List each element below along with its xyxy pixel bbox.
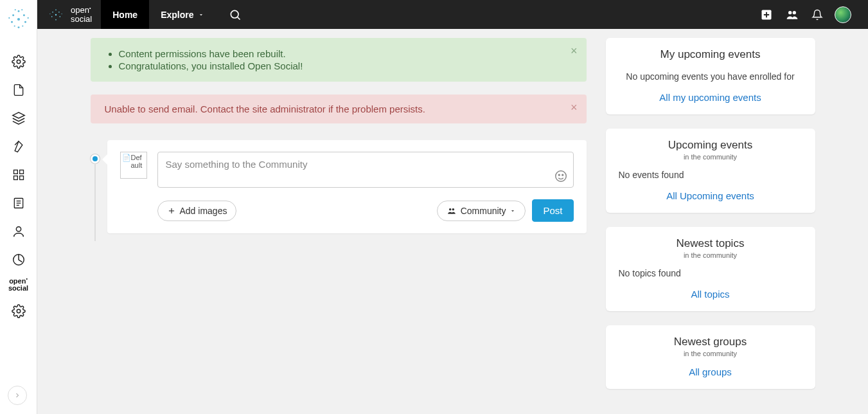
svg-point-8 [27,17,28,19]
post-placeholder: Say something to the Community [166,159,308,170]
top-nav: open•social Home Explore [37,0,868,29]
sidebar-right: My upcoming events No upcoming events yo… [606,38,815,403]
svg-point-27 [52,11,53,12]
all-my-events-link[interactable]: All my upcoming events [659,92,761,103]
svg-point-10 [22,25,23,26]
open-social-label[interactable]: open•social [8,276,28,292]
all-upcoming-events-link[interactable]: All Upcoming events [666,190,754,201]
svg-point-31 [55,9,57,10]
svg-point-28 [58,11,60,12]
card-newest-topics: Newest topics in the community No topics… [606,227,815,311]
post-input[interactable]: Say something to the Community [157,152,574,188]
svg-point-2 [22,14,24,16]
card-subtitle: in the community [619,251,802,259]
svg-marker-14 [12,113,24,118]
nav-explore[interactable]: Explore [149,0,215,29]
card-upcoming-events: Upcoming events in the community No even… [606,129,815,213]
chart-icon[interactable] [6,247,31,273]
timeline-dot [91,154,100,163]
page-body: Content permissions have been rebuilt. C… [37,29,868,414]
add-images-button[interactable]: Add images [157,201,237,221]
nav-explore-label: Explore [161,10,193,20]
svg-point-40 [555,171,566,182]
svg-point-6 [17,26,19,28]
svg-point-12 [21,9,22,10]
alert-error-text: Unable to send email. Contact the site a… [105,104,425,114]
brand-text: open•social [71,6,92,22]
alert-success: Content permissions have been rebuilt. C… [91,38,587,82]
card-empty-text: No topics found [619,268,802,278]
svg-point-45 [449,208,452,210]
svg-point-13 [17,60,21,64]
search-icon[interactable] [216,8,254,21]
user-icon[interactable] [6,219,31,244]
create-icon[interactable] [760,8,773,21]
card-title: Newest topics [619,237,802,250]
gear2-icon[interactable] [6,298,31,324]
card-empty-text: No upcoming events you have enrolled for [619,71,802,82]
nav-home[interactable]: Home [101,0,149,29]
svg-point-39 [793,11,796,14]
svg-point-11 [14,9,15,10]
card-newest-groups: Newest groups in the community All group… [606,325,815,389]
blocks-icon[interactable] [6,162,31,188]
caret-down-icon [198,12,204,18]
avatar-placeholder: 📄Default [120,152,147,179]
close-icon[interactable]: × [571,101,578,114]
card-subtitle: in the community [619,350,802,357]
svg-point-46 [452,208,454,210]
svg-point-33 [49,14,50,14]
svg-point-4 [24,21,26,23]
admin-logo[interactable] [3,4,34,35]
post-composer: 📄Default Say something to the Community … [107,140,587,233]
card-subtitle: in the community [619,153,802,161]
svg-point-9 [13,25,15,26]
card-my-events: My upcoming events No upcoming events yo… [606,38,815,114]
user-avatar[interactable] [835,6,851,23]
all-groups-link[interactable]: All groups [689,366,732,377]
svg-point-26 [55,14,57,15]
brand-logo-icon [46,5,66,24]
svg-rect-15 [13,170,17,174]
post-button[interactable]: Post [532,199,573,222]
all-topics-link[interactable]: All topics [691,289,729,300]
book-icon[interactable] [6,190,31,216]
layers-icon[interactable] [6,105,31,131]
add-images-label: Add images [180,206,227,216]
svg-rect-17 [13,176,17,180]
pen-icon[interactable] [6,134,31,159]
svg-point-25 [17,309,21,313]
svg-point-7 [8,17,10,19]
svg-rect-18 [19,176,23,180]
gear-icon[interactable] [6,49,31,75]
brand[interactable]: open•social [37,0,101,29]
expand-sidebar-button[interactable] [8,386,27,405]
alert-success-item: Content permissions have been rebuilt. [119,48,562,59]
svg-point-42 [562,174,563,176]
svg-point-35 [231,10,238,18]
svg-point-0 [17,18,19,21]
svg-point-30 [59,15,60,17]
people-icon[interactable] [784,8,800,21]
svg-point-3 [11,21,13,23]
svg-line-36 [237,17,240,19]
file-icon[interactable] [6,77,31,103]
alert-success-item: Congratulations, you installed Open Soci… [119,60,562,71]
svg-point-1 [12,14,14,16]
nav-right [760,6,868,23]
close-icon[interactable]: × [571,44,578,58]
card-title: Newest groups [619,336,802,348]
alert-error: Unable to send email. Contact the site a… [91,94,587,123]
svg-point-41 [558,174,560,176]
visibility-dropdown[interactable]: Community [437,201,526,221]
card-title: My upcoming events [619,48,802,61]
visibility-label: Community [461,206,506,216]
emoji-icon[interactable] [554,169,568,183]
svg-rect-16 [19,170,23,174]
bell-icon[interactable] [811,8,823,21]
svg-point-5 [17,10,19,12]
svg-point-23 [16,227,21,231]
admin-sidebar: open•social [0,0,37,414]
caret-down-icon [509,208,516,214]
svg-point-32 [55,19,57,20]
